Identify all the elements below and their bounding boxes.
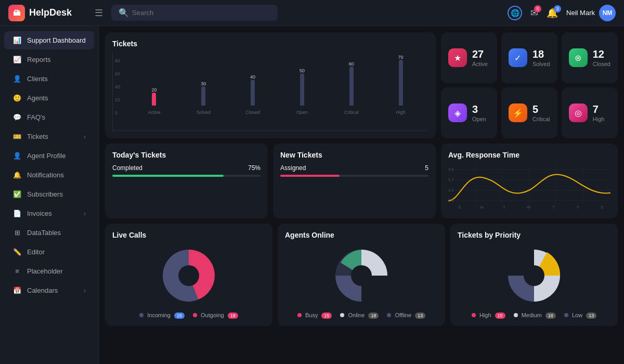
bottom-area: Live Calls Incoming [105, 224, 618, 326]
live-calls-legend: Incoming 15 Outgoing 18 [112, 312, 265, 319]
agents-online-svg [333, 247, 390, 304]
low-badge: 13 [586, 313, 596, 319]
bar-critical-top: 60 [349, 61, 354, 67]
stat-label-open: Open [472, 116, 486, 122]
sidebar-item-calendars[interactable]: 📅 Calendars › [4, 281, 94, 300]
sidebar-item-tickets[interactable]: 🎫 Tickets › [4, 127, 94, 146]
stat-info-high: 7 High [593, 103, 605, 122]
globe-icon[interactable]: 🌐 [508, 6, 522, 20]
bar-critical-bot: Critical [344, 110, 359, 115]
tickets-panel: Tickets 80 60 40 20 0 [105, 32, 436, 138]
app-name: HelpDesk [29, 7, 72, 18]
bar-high-fill [399, 60, 403, 106]
top-area: Tickets 80 60 40 20 0 [105, 32, 618, 138]
notifications-icon[interactable]: 🔔 3 [547, 7, 558, 19]
sidebar-label-invoices: Invoices [27, 210, 52, 217]
svg-point-21 [351, 265, 372, 286]
search-bar[interactable]: 🔍 [111, 5, 278, 21]
svg-text:1.1: 1.1 [448, 188, 453, 192]
new-tickets-panel: New Tickets Assigned 5 [273, 144, 436, 218]
stat-card-active: ★ 27 Active [441, 32, 497, 83]
incoming-dot [139, 313, 144, 317]
stat-icon-active: ★ [448, 48, 467, 67]
bar-open-bot: Open [296, 110, 308, 115]
sidebar-item-clients[interactable]: 👤 Clients [4, 70, 94, 88]
stat-label-active: Active [472, 61, 488, 67]
tickets-priority-chart [458, 244, 610, 307]
sidebar-icon-reports: 📈 [12, 56, 22, 63]
sidebar-label-agents: Agents [27, 94, 48, 102]
sidebar-item-agent-profile[interactable]: 👤 Agent Profile [4, 147, 94, 165]
sidebar-label-agent-profile: Agent Profile [27, 152, 66, 160]
sidebar-item-placeholder[interactable]: ≡ Placeholder [4, 262, 94, 280]
bar-closed-bot: Closed [245, 110, 260, 115]
bar-high-top: 70 [398, 55, 404, 60]
tickets-priority-panel: Tickets by Priority High [450, 224, 618, 326]
stat-card-closed: ⊛ 12 Closed [562, 32, 618, 83]
messages-icon[interactable]: ✉ 5 [530, 7, 538, 19]
sidebar-item-support-dashboard[interactable]: 📊 Support Dashboard [4, 31, 94, 49]
stat-info-open: 3 Open [472, 103, 486, 122]
search-input[interactable] [132, 9, 270, 17]
stat-num-solved: 18 [532, 48, 550, 60]
sidebar-item-faqs[interactable]: 💬 FAQ's [4, 108, 94, 126]
tickets-priority-legend: High 15 Medium 18 Low 13 [458, 312, 610, 319]
sidebar-label-notifications: Notifications [27, 171, 64, 179]
stat-info-active: 27 Active [472, 48, 488, 67]
sidebar-icon-datatables: ⊞ [12, 229, 22, 237]
bar-open-top: 50 [300, 68, 305, 73]
sidebar-label-support-dashboard: Support Dashboard [27, 36, 86, 44]
stat-icon-high: ◎ [569, 103, 588, 122]
svg-text:T: T [503, 205, 505, 210]
offline-label: Offline [395, 312, 411, 318]
low-label: Low [572, 312, 582, 318]
bar-closed-top: 40 [250, 74, 255, 80]
medium-badge: 18 [545, 313, 556, 319]
sidebar-item-reports[interactable]: 📈 Reports [4, 50, 94, 69]
incoming-label: Incoming [147, 312, 171, 318]
sidebar-item-datatables[interactable]: ⊞ DataTables [4, 224, 94, 242]
tickets-title: Tickets [112, 40, 428, 48]
stat-label-high: High [593, 116, 605, 122]
sidebar-item-editor[interactable]: ✏️ Editor [4, 243, 94, 261]
busy-badge: 15 [321, 313, 332, 319]
completed-label: Completed [112, 164, 142, 172]
outgoing-legend: Outgoing 18 [193, 312, 238, 319]
stat-info-closed: 12 Closed [593, 48, 610, 67]
sidebar-label-subscribers: Subscribers [27, 190, 63, 198]
sidebar-icon-faqs: 💬 [12, 113, 22, 121]
stat-card-solved: ✓ 18 Solved [501, 32, 557, 83]
sidebar-label-clients: Clients [27, 75, 48, 83]
completed-row: Completed 75% [112, 164, 261, 172]
sidebar-item-notifications[interactable]: 🔔 Notifications [4, 166, 94, 184]
live-calls-chart [112, 244, 265, 307]
bar-closed-fill [251, 80, 255, 106]
user-info: Neil Mark NM [566, 5, 616, 21]
sidebar-item-agents[interactable]: 🙂 Agents [4, 89, 94, 107]
stat-icon-solved: ✓ [509, 48, 527, 67]
completed-pct: 75% [248, 164, 261, 172]
svg-text:1.7: 1.7 [448, 177, 453, 182]
sidebar-item-subscribers[interactable]: ✅ Subscribers [4, 185, 94, 203]
assigned-label: Assigned [280, 164, 306, 172]
completed-progress-fill [112, 175, 224, 177]
topnav: 🏔 HelpDesk ☰ 🔍 🌐 ✉ 5 🔔 3 Neil Mark NM [0, 0, 624, 26]
search-icon: 🔍 [119, 8, 129, 18]
stat-icon-open: ◈ [448, 103, 467, 122]
bar-solved: 30 Solved [181, 81, 226, 115]
sidebar-item-invoices[interactable]: 📄 Invoices › [4, 204, 94, 223]
todays-tickets-panel: Today's Tickets Completed 75% [105, 144, 268, 218]
sidebar-icon-agents: 🙂 [12, 94, 22, 102]
stat-num-closed: 12 [593, 48, 610, 60]
sidebar-icon-calendars: 📅 [12, 287, 22, 294]
outgoing-label: Outgoing [201, 312, 224, 318]
bar-open: 50 Open [279, 68, 324, 115]
sidebar-label-reports: Reports [27, 56, 51, 63]
hamburger-button[interactable]: ☰ [93, 5, 105, 21]
chart-y-labels: 80 60 40 20 0 [115, 58, 120, 115]
sidebar-icon-invoices: 📄 [12, 210, 22, 217]
live-calls-title: Live Calls [112, 231, 265, 239]
notifications-badge: 3 [554, 5, 561, 12]
online-dot [340, 313, 344, 317]
user-name: Neil Mark [566, 9, 595, 17]
